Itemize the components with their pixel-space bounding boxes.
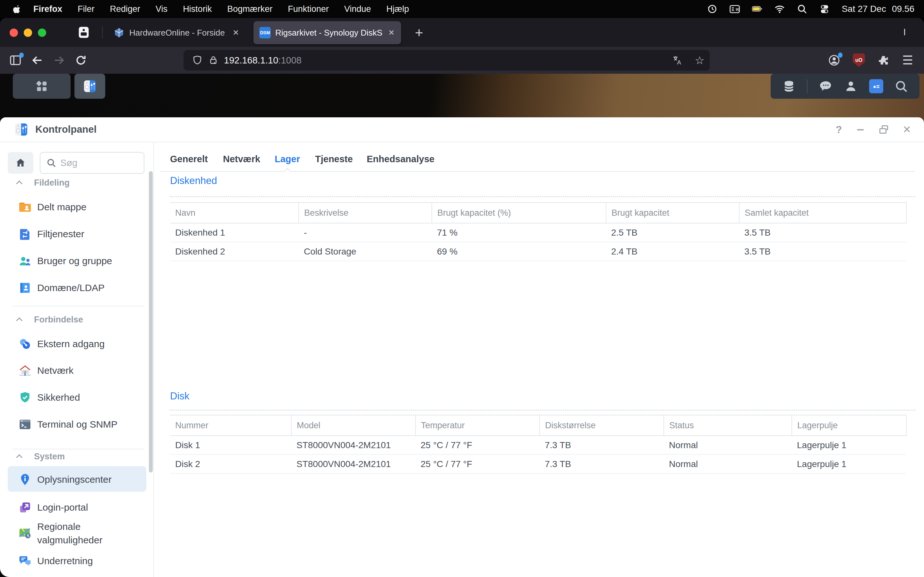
volume-row-1[interactable]: Diskenhed 1 - 71 % 2.5 TB 3.5 TB [170,223,906,242]
firefox-window: HardwareOnline - Forside ✕ DSM Rigsarkiv… [0,18,924,577]
wifi-icon[interactable] [774,4,785,14]
spotlight-search-icon[interactable] [796,4,808,14]
cell: 2.4 TB [606,242,739,261]
column-brugt-kapacitet[interactable]: Brugt kapacitet [606,203,739,223]
window-close-button[interactable] [10,29,18,37]
menu-item-hjaelp[interactable]: Hjælp [379,4,417,14]
chevron-up-icon [16,181,23,187]
menu-item-funktioner[interactable]: Funktioner [280,4,336,14]
section-header-forbindelse[interactable]: Forbindelse [0,313,153,326]
column-status[interactable]: Status [664,415,792,436]
tab-hardwareonline[interactable]: HardwareOnline - Forside ✕ [107,21,246,44]
forward-icon[interactable] [53,54,65,67]
widgets-icon[interactable] [869,79,883,93]
column-diskstoerrelse[interactable]: Diskstørrelse [540,415,664,436]
tab-synology-diskstation[interactable]: DSM Rigsarkivet - Synology DiskStat ✕ [254,21,401,44]
cell: 7.3 TB [540,436,664,455]
control-center-icon[interactable] [819,4,830,14]
tab-enhedsanalyse[interactable]: Enhedsanalyse [367,154,435,164]
battery-icon[interactable] [752,4,762,14]
connection-lock-icon[interactable] [208,55,219,66]
column-brugt-kapacitet-pct[interactable]: Brugt kapacitet (%) [432,203,606,223]
chat-icon[interactable] [819,79,833,93]
tab-close-icon[interactable]: ✕ [230,27,242,39]
sidebar-item-netvaerk[interactable]: Netværk [0,359,149,382]
dsm-control-panel-taskbar-button[interactable] [74,74,105,99]
sidebar-scrollbar[interactable] [149,171,153,472]
disk-row-2[interactable]: Disk 2 ST8000VN004-2M2101 25 °C / 77 °F … [170,455,906,474]
menubar-clock[interactable]: Sat 27 Dec 09.56 [842,4,914,14]
disk-row-1[interactable]: Disk 1 ST8000VN004-2M2101 25 °C / 77 °F … [170,436,906,455]
panel-sidebar: Fildeling Delt mappe Filtjenester Bruger… [0,143,154,577]
window-zoom-button[interactable] [38,29,46,37]
menu-item-historik[interactable]: Historik [175,4,220,14]
ublock-origin-icon[interactable]: uO [853,53,865,67]
help-button[interactable]: ? [836,124,842,135]
menu-item-filer[interactable]: Filer [70,4,102,14]
menu-item-vindue[interactable]: Vindue [336,4,379,14]
column-lagerpulje[interactable]: Lagerpulje [792,415,906,436]
translate-icon[interactable]: A [672,55,683,66]
search-icon[interactable] [894,79,908,93]
extensions-puzzle-icon[interactable] [877,54,890,67]
section-header-system[interactable]: System [0,450,153,463]
time-machine-icon[interactable] [707,4,718,14]
apple-menu-icon[interactable] [13,4,21,14]
firefox-view-icon[interactable] [76,25,91,40]
cell: ST8000VN004-2M2101 [291,455,415,474]
sidebar-search[interactable] [40,152,144,174]
column-navn[interactable]: Navn [170,203,299,223]
restore-button[interactable] [879,125,888,134]
column-beskrivelse[interactable]: Beskrivelse [299,203,432,223]
column-samlet-kapacitet[interactable]: Samlet kapacitet [739,203,906,223]
storage-icon[interactable] [782,79,796,93]
sidebar-item-delt-mappe[interactable]: Delt mappe [0,196,149,218]
hamburger-menu-icon[interactable]: ☰ [902,53,913,67]
menu-item-rediger[interactable]: Rediger [102,4,148,14]
window-minimize-button[interactable] [24,29,32,37]
column-model[interactable]: Model [291,415,415,436]
new-tab-button[interactable]: + [410,24,428,42]
sidebar-item-domaene-ldap[interactable]: Domæne/LDAP [0,277,149,299]
sidebar-item-regionale-valgmuligheder[interactable]: Regionale valgmuligheder [0,514,149,553]
sidebar-toggle-icon[interactable] [9,54,22,67]
minimize-button[interactable]: − [856,123,865,135]
list-all-tabs-icon[interactable] [904,29,913,37]
user-icon[interactable] [844,79,858,93]
cell: Disk 2 [170,455,291,474]
bookmark-star-icon[interactable]: ☆ [695,54,704,67]
search-input[interactable] [60,158,134,168]
column-nummer[interactable]: Nummer [170,415,291,436]
url-bar[interactable]: 192.168.1.10:1008 A ☆ [184,50,710,71]
cell: 69 % [432,242,606,261]
home-button[interactable] [8,152,33,174]
sidebar-item-terminal-og-snmp[interactable]: Terminal og SNMP [0,414,149,435]
close-button[interactable]: ✕ [903,123,911,135]
dsm-main-menu-button[interactable] [13,74,71,99]
menu-item-firefox[interactable]: Firefox [26,4,70,14]
account-notification-dot [838,53,843,58]
menu-item-vis[interactable]: Vis [148,4,175,14]
tracking-shield-icon[interactable] [192,55,203,66]
column-temperatur[interactable]: Temperatur [415,415,540,436]
sidebar-item-oplysningscenter[interactable]: Oplysningscenter [0,469,149,490]
tab-tjeneste[interactable]: Tjeneste [315,154,353,164]
account-icon[interactable] [828,54,841,67]
sidebar-item-underretning[interactable]: Underretning [0,550,149,572]
url-text[interactable]: 192.168.1.10:1008 [224,55,672,66]
tab-netvaerk[interactable]: Netværk [223,154,260,164]
reload-icon[interactable] [74,54,87,67]
back-icon[interactable] [31,54,44,67]
menu-item-bogmaerker[interactable]: Bogmærker [220,4,280,14]
keyboard-shortcuts-icon[interactable]: ⌘ [729,4,740,14]
section-header-fildeling[interactable]: Fildeling [0,176,153,189]
sidebar-item-sikkerhed[interactable]: Sikkerhed [0,387,149,408]
tab-generelt[interactable]: Generelt [170,154,208,164]
sidebar-item-filtjenester[interactable]: Filtjenester [0,223,149,245]
sidebar-item-bruger-og-gruppe[interactable]: Bruger og gruppe [0,250,149,272]
volume-row-2[interactable]: Diskenhed 2 Cold Storage 69 % 2.4 TB 3.5… [170,242,906,261]
tab-close-icon[interactable]: ✕ [386,27,397,39]
tab-lager[interactable]: Lager [275,154,300,164]
sidebar-item-ekstern-adgang[interactable]: Ekstern adgang [0,333,149,355]
cell: Cold Storage [299,242,432,261]
